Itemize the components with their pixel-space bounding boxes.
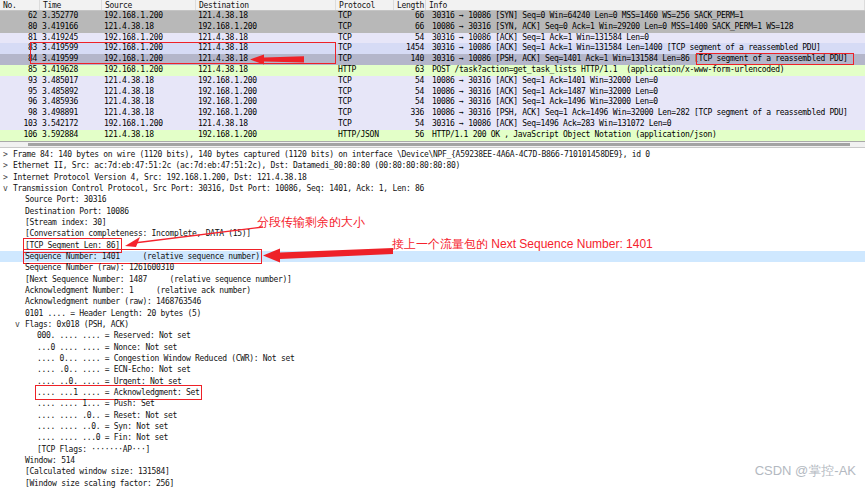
detail-line[interactable]: > Frame 84: 140 bytes on wire (1120 bits… [0, 149, 865, 160]
packet-row[interactable]: 85 3.419628 192.168.1.200 121.4.38.18 HT… [0, 65, 865, 76]
detail-line[interactable]: .... ..0. .... = Urgent: Not set [0, 376, 865, 387]
detail-text: [Stream index: 30] [25, 217, 106, 228]
detail-line[interactable]: .... ...1 .... = Acknowledgment: Set [0, 387, 865, 398]
detail-line[interactable]: .... .... .0.. = Reset: Not set [0, 410, 865, 421]
detail-line[interactable]: [TCP Flags: ·······AP···] [0, 444, 865, 455]
column-header[interactable]: Info [426, 0, 865, 10]
packet-destination: 192.168.1.200 [196, 87, 336, 98]
detail-line[interactable]: Sequence Number: 1401 (relative sequence… [0, 251, 865, 262]
packet-no: 62 [0, 11, 40, 22]
packet-no: 106 [0, 130, 40, 141]
detail-text: .... ...1 .... = Acknowledgment: Set [37, 387, 200, 398]
packet-protocol: TCP [336, 97, 394, 108]
packet-row[interactable]: 98 3.498891 121.4.38.18 192.168.1.200 TC… [0, 108, 865, 119]
detail-line[interactable]: Acknowledgment number (raw): 1468763546 [0, 296, 865, 307]
detail-text: [Window size scaling factor: 256] [25, 478, 174, 488]
detail-line[interactable]: [Calculated window size: 131584] [0, 466, 865, 477]
column-header[interactable]: Length [394, 0, 426, 10]
detail-line[interactable]: > Ethernet II, Src: ac:7d:eb:47:51:2c (a… [0, 160, 865, 171]
packet-protocol: TCP [336, 22, 394, 33]
packet-destination: 121.4.38.18 [196, 11, 336, 22]
expand-icon[interactable]: > [3, 160, 13, 171]
detail-line[interactable]: v Transmission Control Protocol, Src Por… [0, 183, 865, 194]
detail-text: Internet Protocol Version 4, Src: 192.16… [13, 172, 307, 183]
detail-text: Sequence Number (raw): 1261600310 [25, 262, 174, 273]
packet-protocol: TCP [336, 43, 394, 54]
packet-protocol: TCP [336, 76, 394, 87]
packet-no: 98 [0, 108, 40, 119]
packet-length: 63 [394, 65, 426, 76]
packet-row[interactable]: 62 3.352770 192.168.1.200 121.4.38.18 TC… [0, 11, 865, 22]
expand-icon[interactable]: v [15, 319, 25, 330]
packet-length: 140 [394, 54, 426, 65]
packet-time: 3.485892 [40, 87, 102, 98]
detail-line[interactable]: [Window size scaling factor: 256] [0, 478, 865, 488]
scrollbar-thumb-icon[interactable] [28, 143, 850, 146]
packet-length: 336 [394, 108, 426, 119]
detail-line[interactable]: ...0 .... .... = Nonce: Not set [0, 342, 865, 353]
detail-text: Sequence Number: 1401 (relative sequence… [25, 251, 260, 262]
packet-time: 3.485936 [40, 97, 102, 108]
expand-icon[interactable]: > [3, 149, 13, 160]
packet-source: 121.4.38.18 [102, 97, 196, 108]
packet-row[interactable]: 106 3.592884 121.4.38.18 192.168.1.200 H… [0, 130, 865, 141]
detail-line[interactable]: 000. .... .... = Reserved: Not set [0, 330, 865, 341]
detail-line[interactable]: Source Port: 30316 [0, 194, 865, 205]
expand-icon[interactable]: > [3, 172, 13, 183]
annotation-seq-number-note: 接上一个流量包的 Next Sequence Number: 1401 [392, 238, 653, 251]
detail-text: .... .0.. .... = ECN-Echo: Not set [37, 364, 191, 375]
column-header[interactable]: Destination [196, 0, 336, 10]
packet-source: 192.168.1.200 [102, 65, 196, 76]
detail-text: 0101 .... = Header Length: 20 bytes (5) [25, 308, 201, 319]
packet-destination: 192.168.1.200 [196, 130, 336, 141]
packet-length: 54 [394, 76, 426, 87]
detail-line[interactable]: v Flags: 0x018 (PSH, ACK) [0, 319, 865, 330]
packet-list-header: No. Time Source Destination Protocol Len… [0, 0, 865, 11]
packet-destination: 121.4.38.18 [196, 119, 336, 130]
packet-no: 96 [0, 97, 40, 108]
column-header[interactable]: Time [40, 0, 102, 10]
detail-line[interactable]: .... .... ...0 = Fin: Not set [0, 432, 865, 443]
column-header[interactable]: Protocol [336, 0, 394, 10]
detail-line[interactable]: .... .... ..0. = Syn: Not set [0, 421, 865, 432]
detail-line[interactable]: .... 0... .... = Congestion Window Reduc… [0, 353, 865, 364]
detail-line[interactable]: Sequence Number (raw): 1261600310 [0, 262, 865, 273]
packet-row[interactable]: 96 3.485936 121.4.38.18 192.168.1.200 TC… [0, 97, 865, 108]
detail-line[interactable]: [Next Sequence Number: 1487 (relative se… [0, 274, 865, 285]
detail-line[interactable]: .... .0.. .... = ECN-Echo: Not set [0, 364, 865, 375]
column-header[interactable]: Source [102, 0, 196, 10]
horizontal-scrollbar[interactable] [0, 141, 865, 148]
packet-source: 121.4.38.18 [102, 130, 196, 141]
detail-text: [TCP Flags: ·······AP···] [37, 444, 150, 455]
packet-protocol: TCP [336, 11, 394, 22]
packet-length: 66 [394, 22, 426, 33]
packet-protocol: TCP [336, 33, 394, 44]
detail-text: Acknowledgment Number: 1 (relative ack n… [25, 285, 251, 296]
detail-line[interactable]: 0101 .... = Header Length: 20 bytes (5) [0, 308, 865, 319]
red-arrow-thin-icon [122, 224, 268, 249]
detail-text: .... .... ...0 = Fin: Not set [37, 432, 168, 443]
packet-destination: 192.168.1.200 [196, 97, 336, 108]
packet-length: 54 [394, 33, 426, 44]
packet-no: 103 [0, 119, 40, 130]
watermark: CSDN @掌控-AK [755, 462, 856, 480]
packet-destination: 121.4.38.18 [196, 65, 336, 76]
detail-text: Acknowledgment number (raw): 1468763546 [25, 296, 201, 307]
expand-icon[interactable]: v [3, 183, 13, 194]
packet-row[interactable]: 103 3.542172 192.168.1.200 121.4.38.18 T… [0, 119, 865, 130]
packet-row[interactable]: 95 3.485892 121.4.38.18 192.168.1.200 TC… [0, 87, 865, 98]
column-header[interactable]: No. [0, 0, 40, 10]
annotation-segment-size-note: 分段传输剩余的大小 [257, 216, 365, 229]
detail-line[interactable]: Acknowledgment Number: 1 (relative ack n… [0, 285, 865, 296]
packet-row[interactable]: 80 3.419166 121.4.38.18 192.168.1.200 TC… [0, 22, 865, 33]
packet-time: 3.592884 [40, 130, 102, 141]
detail-line[interactable]: > Internet Protocol Version 4, Src: 192.… [0, 172, 865, 183]
packet-info: 30316 → 10086 [SYN] Seq=0 Win=64240 Len=… [426, 11, 865, 22]
packet-length: 1454 [394, 43, 426, 54]
detail-line[interactable]: Window: 514 [0, 455, 865, 466]
detail-line[interactable]: Destination Port: 10086 [0, 206, 865, 217]
packet-info: 30316 → 10086 [ACK] Seq=1496 Ack=283 Win… [426, 119, 865, 130]
detail-line[interactable]: .... .... 1... = Push: Set [0, 398, 865, 409]
packet-info: 10086 → 30316 [ACK] Seq=1 Ack=1487 Win=3… [426, 87, 865, 98]
packet-row[interactable]: 93 3.485017 121.4.38.18 192.168.1.200 TC… [0, 76, 865, 87]
